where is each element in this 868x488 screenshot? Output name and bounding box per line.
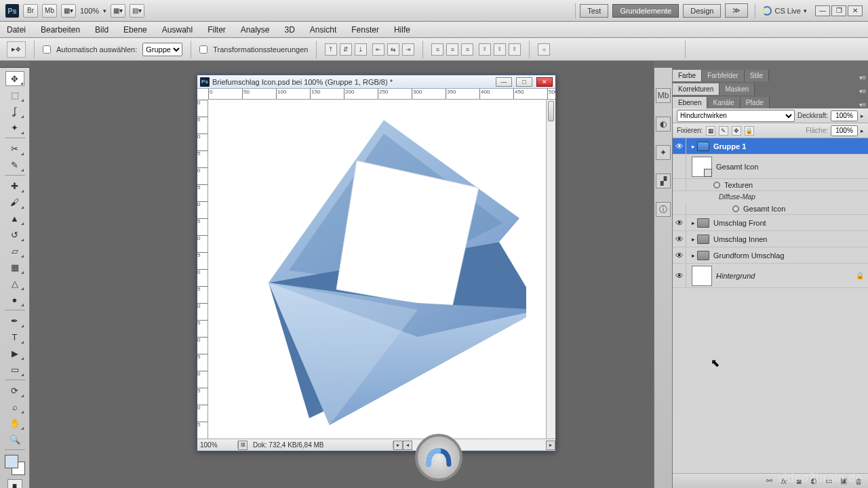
align-hcenter-icon[interactable]: ⇆	[387, 43, 399, 56]
blend-mode-dropdown[interactable]: Hindurchwirken	[677, 110, 795, 122]
history-brush-tool[interactable]: ↺	[5, 227, 24, 242]
auto-select-dropdown[interactable]: Gruppe	[142, 43, 182, 56]
magic-wand-tool[interactable]: ✦	[5, 120, 24, 135]
cslive-button[interactable]: CS Live▾	[762, 6, 807, 16]
align-bottom-icon[interactable]: ⤓	[355, 43, 367, 56]
dist-left-icon[interactable]: ⦀	[479, 43, 491, 56]
opacity-flyout-icon[interactable]: ▸	[861, 113, 864, 119]
minibridge-panel-icon[interactable]: Mb	[656, 88, 671, 103]
screen-mode-button[interactable]: ▦▾	[111, 4, 125, 18]
align-right-icon[interactable]: ⇥	[402, 43, 414, 56]
layer-thumbnail[interactable]	[692, 157, 712, 177]
visibility-toggle[interactable]: 👁	[673, 138, 686, 154]
hand-tool[interactable]: ✋	[5, 415, 24, 430]
layer-thumbnail[interactable]	[692, 266, 712, 286]
status-menu-icon[interactable]: ⊞	[238, 441, 248, 450]
layer-gesamt-icon[interactable]: Gesamt Icon	[673, 155, 868, 179]
scroll-right-button[interactable]: ▸	[546, 441, 555, 450]
horizontal-ruler[interactable]: 050100150200250300350400450500	[208, 89, 555, 100]
status-arrow-icon[interactable]: ▸	[393, 441, 403, 450]
tab-pfade[interactable]: Pfade	[741, 97, 770, 108]
3d-camera-tool[interactable]: ⌕	[5, 399, 24, 414]
info-panel-icon[interactable]: ⓘ	[656, 202, 671, 217]
healing-brush-tool[interactable]: ✚	[5, 178, 24, 193]
path-select-tool[interactable]: ▶	[5, 346, 24, 361]
brush-tool[interactable]: 🖌	[5, 195, 24, 209]
view-arrange-button[interactable]: ▦▾	[61, 4, 76, 18]
menu-datei[interactable]: Datei	[4, 24, 28, 36]
window-minimize-button[interactable]: —	[815, 5, 830, 16]
scroll-left-button[interactable]: ◂	[403, 441, 412, 450]
workspace-grundelemente[interactable]: Grundelemente	[612, 4, 679, 18]
visibility-toggle[interactable]: 👁	[673, 215, 686, 230]
align-vcenter-icon[interactable]: ⇵	[340, 43, 352, 56]
dist-top-icon[interactable]: ≡	[431, 43, 443, 56]
menu-3d[interactable]: 3D	[282, 24, 298, 36]
align-left-icon[interactable]: ⇤	[372, 43, 384, 56]
lock-move-icon[interactable]: ✥	[732, 126, 741, 136]
visibility-toggle[interactable]: 👁	[673, 231, 686, 247]
menu-filter[interactable]: Filter	[205, 24, 229, 36]
visibility-toggle[interactable]: 👁	[673, 247, 686, 263]
quickmask-toggle[interactable]: ◙	[7, 479, 22, 488]
blur-tool[interactable]: △	[5, 276, 24, 291]
3d-rotate-tool[interactable]: ⟳	[5, 383, 24, 398]
menu-bild[interactable]: Bild	[92, 24, 111, 36]
tab-korrekturen[interactable]: Korrekturen	[673, 83, 719, 95]
fill-input[interactable]	[831, 125, 858, 136]
doc-minimize-button[interactable]: —	[496, 77, 512, 87]
auto-align-icon[interactable]: ⟐	[538, 43, 550, 56]
expand-arrow-icon[interactable]: ▸	[689, 252, 697, 259]
doc-maximize-button[interactable]: □	[516, 77, 532, 87]
zoom-display[interactable]: 100%	[80, 7, 99, 15]
canvas[interactable]	[208, 100, 546, 439]
lasso-tool[interactable]: ʆ	[5, 104, 24, 119]
marquee-tool[interactable]: ⬚	[5, 87, 24, 102]
visibility-toggle[interactable]	[673, 179, 686, 190]
auto-select-checkbox[interactable]	[43, 45, 51, 54]
workspace-more[interactable]: ≫	[725, 3, 748, 18]
dist-hcenter-icon[interactable]: ⦀	[494, 43, 506, 56]
menu-bearbeiten[interactable]: Bearbeiten	[38, 24, 83, 36]
crop-tool[interactable]: ✂	[5, 141, 24, 156]
move-tool-preset-icon[interactable]: ▸✥	[7, 41, 26, 58]
gradient-tool[interactable]: ▦	[5, 260, 24, 274]
window-close-button[interactable]: ✕	[848, 5, 863, 16]
stamp-tool[interactable]: ▲	[5, 211, 24, 226]
navigator-panel-icon[interactable]: ✦	[656, 145, 671, 160]
expand-arrow-icon[interactable]: ▸	[689, 143, 697, 150]
tab-farbe[interactable]: Farbe	[673, 70, 702, 81]
color-swatches[interactable]	[5, 455, 25, 475]
dodge-tool[interactable]: ●	[5, 292, 24, 307]
panel-group3-menu-icon[interactable]: ▾≡	[857, 101, 868, 108]
menu-hilfe[interactable]: Hilfe	[391, 24, 413, 36]
align-top-icon[interactable]: ⤒	[325, 43, 337, 56]
tab-masken[interactable]: Masken	[719, 83, 755, 95]
layer-grundform[interactable]: 👁 ▸ Grundform Umschlag	[673, 247, 868, 264]
move-tool[interactable]: ✥	[5, 71, 24, 86]
dist-right-icon[interactable]: ⦀	[509, 43, 521, 56]
visibility-toggle[interactable]	[673, 155, 686, 178]
vertical-ruler[interactable]: 05050505050505050505	[197, 100, 208, 439]
menu-ebene[interactable]: Ebene	[121, 24, 150, 36]
workspace-test[interactable]: Test	[580, 4, 608, 18]
lock-pixels-icon[interactable]: ▦	[706, 126, 715, 136]
panel-group1-menu-icon[interactable]: ▾≡	[857, 74, 868, 81]
layer-diffuse-map[interactable]: Diffuse-Map	[673, 191, 868, 203]
pen-tool[interactable]: ✒	[5, 313, 24, 328]
menu-fenster[interactable]: Fenster	[349, 24, 382, 36]
layer-texturen-row[interactable]: Texturen	[673, 179, 868, 191]
eyedropper-tool[interactable]: ✎	[5, 157, 24, 172]
layer-gruppe1[interactable]: 👁 ▸ Gruppe 1	[673, 138, 868, 155]
opacity-input[interactable]	[831, 110, 858, 121]
toolbox-header[interactable]	[0, 61, 30, 68]
zoom-tool[interactable]: 🔍	[5, 432, 24, 447]
lock-all-icon[interactable]: 🔒	[745, 126, 754, 136]
workspace-design[interactable]: Design	[683, 4, 721, 18]
dist-vcenter-icon[interactable]: ≡	[446, 43, 458, 56]
histogram-panel-icon[interactable]: ▞	[656, 174, 671, 188]
link-layers-icon[interactable]: ⚯	[764, 476, 774, 487]
layer-gesamt-icon-sub[interactable]: Gesamt Icon	[673, 203, 868, 215]
adjustments-panel-icon[interactable]: ◐	[656, 117, 671, 131]
tab-stile[interactable]: Stile	[745, 70, 769, 81]
